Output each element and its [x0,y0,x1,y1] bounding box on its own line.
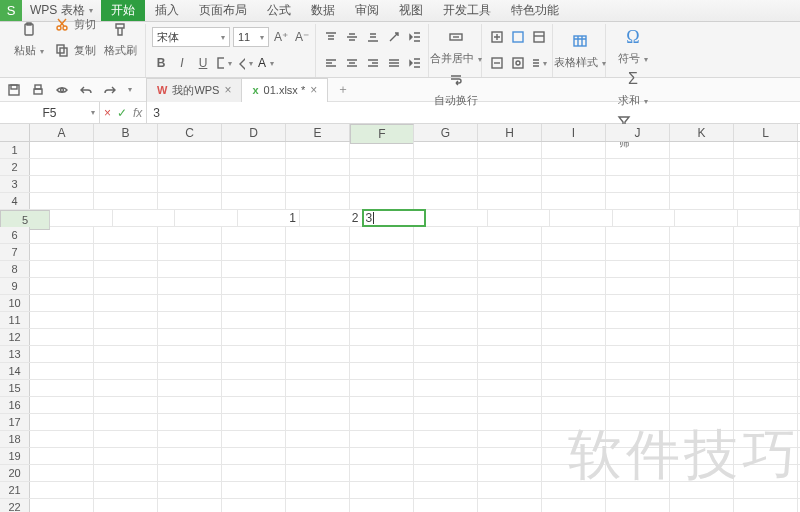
col-header-D[interactable]: D [222,124,286,141]
row-header-1[interactable]: 1 [0,142,30,158]
cell-E4[interactable] [286,193,350,209]
cell-C8[interactable] [158,261,222,277]
cell-K8[interactable] [670,261,734,277]
cell-J6[interactable] [606,227,670,243]
row-header-2[interactable]: 2 [0,159,30,175]
cell-L9[interactable] [734,278,798,294]
cell-G1[interactable] [414,142,478,158]
cell-G5[interactable] [425,210,488,226]
col-header-B[interactable]: B [94,124,158,141]
cell-E7[interactable] [286,244,350,260]
cell-K2[interactable] [670,159,734,175]
cell-K20[interactable] [670,465,734,481]
cell-B17[interactable] [94,414,158,430]
cell-I13[interactable] [542,346,606,362]
cell-E1[interactable] [286,142,350,158]
cell-L3[interactable] [734,176,798,192]
cell-J17[interactable] [606,414,670,430]
cell-I7[interactable] [542,244,606,260]
cell-K4[interactable] [670,193,734,209]
print-button[interactable] [28,80,48,100]
cell-F5[interactable]: 3 [363,210,426,226]
cell-B13[interactable] [94,346,158,362]
cell-H13[interactable] [478,346,542,362]
font-size-select[interactable]: 11▾ [233,27,269,47]
cell-K5[interactable] [675,210,738,226]
cell-C18[interactable] [158,431,222,447]
cell-C21[interactable] [158,482,222,498]
cell-J1[interactable] [606,142,670,158]
cell-H15[interactable] [478,380,542,396]
cell-J5[interactable] [613,210,676,226]
cell-L21[interactable] [734,482,798,498]
align-center-button[interactable] [343,54,361,72]
cell-E3[interactable] [286,176,350,192]
menu-公式[interactable]: 公式 [257,0,301,21]
cell-B22[interactable] [94,499,158,512]
cell-A21[interactable] [30,482,94,498]
cell-E22[interactable] [286,499,350,512]
cell-G8[interactable] [414,261,478,277]
row-header-9[interactable]: 9 [0,278,30,294]
cell-L2[interactable] [734,159,798,175]
cell-C9[interactable] [158,278,222,294]
cell-J16[interactable] [606,397,670,413]
cell-F11[interactable] [350,312,414,328]
cell-F15[interactable] [350,380,414,396]
cell-A1[interactable] [30,142,94,158]
cell-D9[interactable] [222,278,286,294]
cell-B6[interactable] [94,227,158,243]
cell-K10[interactable] [670,295,734,311]
cell-L14[interactable] [734,363,798,379]
cell-L12[interactable] [734,329,798,345]
cell-I16[interactable] [542,397,606,413]
cell-A4[interactable] [30,193,94,209]
cell-K21[interactable] [670,482,734,498]
cell-D12[interactable] [222,329,286,345]
cell-J8[interactable] [606,261,670,277]
cell-A15[interactable] [30,380,94,396]
row-header-10[interactable]: 10 [0,295,30,311]
menu-插入[interactable]: 插入 [145,0,189,21]
cell-L10[interactable] [734,295,798,311]
cell-F19[interactable] [350,448,414,464]
cell-G12[interactable] [414,329,478,345]
cell-B18[interactable] [94,431,158,447]
cell-A10[interactable] [30,295,94,311]
cell-D2[interactable] [222,159,286,175]
cell-A9[interactable] [30,278,94,294]
cell-H17[interactable] [478,414,542,430]
cell-C10[interactable] [158,295,222,311]
cell-D21[interactable] [222,482,286,498]
cell-H18[interactable] [478,431,542,447]
cell-I2[interactable] [542,159,606,175]
cell-A12[interactable] [30,329,94,345]
cell-H10[interactable] [478,295,542,311]
cell-K22[interactable] [670,499,734,512]
cell-H20[interactable] [478,465,542,481]
cell-C1[interactable] [158,142,222,158]
row-header-19[interactable]: 19 [0,448,30,464]
cell-K17[interactable] [670,414,734,430]
cell-A5[interactable] [50,210,113,226]
cell-G9[interactable] [414,278,478,294]
row-header-18[interactable]: 18 [0,431,30,447]
cell-B11[interactable] [94,312,158,328]
cell-B19[interactable] [94,448,158,464]
cut-button[interactable]: 剪切 [53,11,96,37]
row-header-15[interactable]: 15 [0,380,30,396]
align-left-button[interactable] [322,54,340,72]
doc-tab-1[interactable]: x01.xlsx *× [241,78,328,102]
cell-H12[interactable] [478,329,542,345]
cell-J14[interactable] [606,363,670,379]
cell-L22[interactable] [734,499,798,512]
cell-L15[interactable] [734,380,798,396]
name-box[interactable]: F5 [0,102,100,123]
align-bottom-button[interactable] [364,28,382,46]
cell-D11[interactable] [222,312,286,328]
cell-C17[interactable] [158,414,222,430]
cell-G16[interactable] [414,397,478,413]
cell-A11[interactable] [30,312,94,328]
cell-B4[interactable] [94,193,158,209]
cell-F3[interactable] [350,176,414,192]
